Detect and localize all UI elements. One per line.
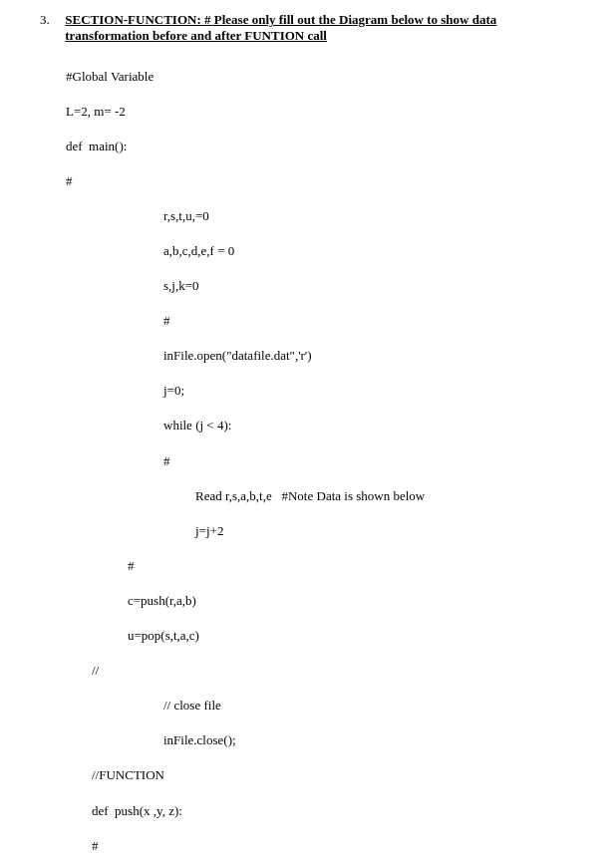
code-line: inFile.open("datafile.dat",'r') xyxy=(66,347,596,365)
code-line: # xyxy=(66,172,596,190)
code-listing: #Global Variable L=2, m= -2 def main(): … xyxy=(66,50,596,863)
code-line: def push(x ,y, z): xyxy=(66,802,596,820)
code-line: c=push(r,a,b) xyxy=(66,592,596,610)
code-line: j=j+2 xyxy=(66,522,596,540)
code-line: def main(): xyxy=(66,138,596,155)
code-line: L=2, m= -2 xyxy=(66,103,596,121)
code-line: #Global Variable xyxy=(66,68,596,86)
code-line: //FUNCTION xyxy=(66,766,596,784)
code-line: j=0; xyxy=(66,382,596,400)
code-line: inFile.close(); xyxy=(66,731,596,749)
question-number: 3. xyxy=(40,12,62,28)
code-line: # xyxy=(66,312,596,330)
code-line: # xyxy=(66,557,596,575)
section-heading: SECTION-FUNCTION: # Please only fill out… xyxy=(65,12,583,44)
code-line: while (j < 4): xyxy=(66,417,596,434)
question-block: 3. SECTION-FUNCTION: # Please only fill … xyxy=(40,12,596,44)
code-line: # xyxy=(66,452,596,470)
code-line: r,s,t,u,=0 xyxy=(66,207,596,225)
code-line: // xyxy=(66,662,596,680)
code-line: Read r,s,a,b,t,e #Note Data is shown bel… xyxy=(66,487,596,505)
code-line: s,j,k=0 xyxy=(66,277,596,295)
code-line: // close file xyxy=(66,697,596,715)
code-line: # xyxy=(66,837,596,855)
code-line: a,b,c,d,e,f = 0 xyxy=(66,242,596,260)
code-line: u=pop(s,t,a,c) xyxy=(66,627,596,645)
